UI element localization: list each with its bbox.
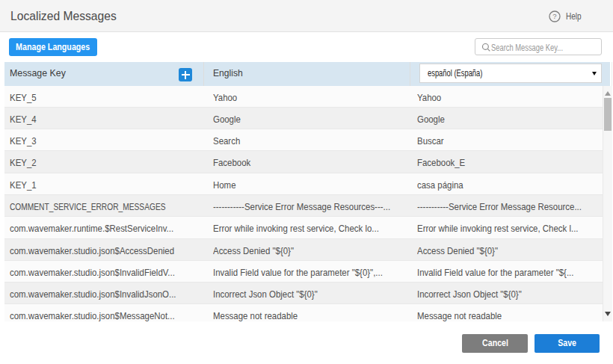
svg-text:?: ? bbox=[552, 12, 556, 20]
